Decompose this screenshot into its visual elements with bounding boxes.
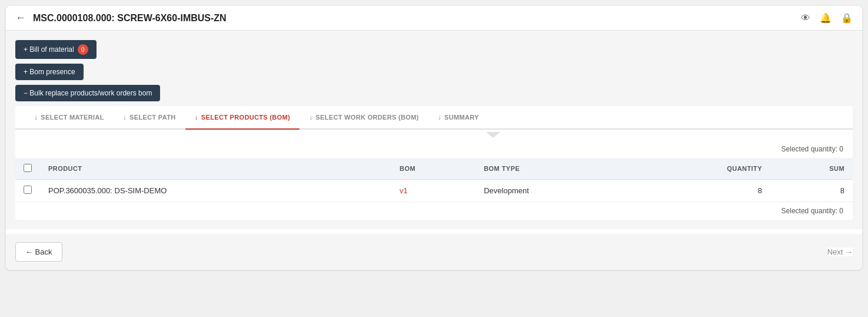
row-bom-type: Development bbox=[475, 180, 636, 202]
selected-quantity-bottom: Selected quantity: 0 bbox=[15, 202, 853, 220]
bulk-replace-button[interactable]: − Bulk replace products/work orders bom bbox=[15, 85, 160, 101]
header-bom: BOM bbox=[391, 158, 475, 180]
row-quantity: 8 bbox=[636, 180, 770, 202]
row-bom[interactable]: v1 bbox=[391, 180, 475, 202]
selected-quantity-top: Selected quantity: 0 bbox=[15, 140, 853, 158]
content-area: + Bill of material 0 + Bom presence − Bu… bbox=[6, 31, 862, 229]
page-title: MSC.0000108.000: SCREW-6X60-IMBUS-ZN bbox=[33, 13, 801, 24]
bill-of-material-badge: 0 bbox=[78, 44, 88, 55]
back-button[interactable]: ← Back bbox=[15, 242, 62, 262]
table-section: Selected quantity: 0 PRODUCT BOM BOM TYP… bbox=[15, 140, 853, 220]
header-bom-type: BOM TYPE bbox=[475, 158, 636, 180]
header-sum: SUM bbox=[770, 158, 853, 180]
page-footer: ← Back Next → bbox=[6, 234, 862, 270]
header-quantity: QUANTITY bbox=[636, 158, 770, 180]
header-checkbox-col bbox=[15, 158, 40, 180]
row-product: POP.3600035.000: DS-SIM-DEMO bbox=[40, 180, 391, 202]
lock-icon[interactable]: 🔒 bbox=[841, 12, 853, 24]
step-select-material[interactable]: ↓ SELECT MATERIAL bbox=[25, 106, 114, 128]
steps-bar: ↓ SELECT MATERIAL ↓ SELECT PATH ↓ SELECT… bbox=[15, 106, 853, 130]
back-navigation-icon[interactable]: ← bbox=[15, 12, 26, 24]
next-button[interactable]: Next → bbox=[827, 247, 853, 256]
page-header: ← MSC.0000108.000: SCREW-6X60-IMBUS-ZN 👁… bbox=[6, 6, 862, 31]
step-select-work-orders-bom[interactable]: ↓ SELECT WORK ORDERS (BOM) bbox=[300, 106, 428, 128]
eye-icon[interactable]: 👁 bbox=[801, 13, 810, 24]
step-work-orders-icon: ↓ bbox=[309, 113, 312, 121]
step-path-icon: ↓ bbox=[123, 113, 127, 121]
step-arrow bbox=[15, 130, 853, 140]
row-sum: 8 bbox=[770, 180, 853, 202]
bill-of-material-row: + Bill of material 0 bbox=[15, 40, 853, 64]
step-summary[interactable]: ↓ SUMMARY bbox=[428, 106, 488, 128]
bill-of-material-button[interactable]: + Bill of material 0 bbox=[15, 40, 97, 59]
bell-icon[interactable]: 🔔 bbox=[820, 12, 832, 24]
bom-presence-row: + Bom presence bbox=[15, 64, 853, 85]
step-select-path[interactable]: ↓ SELECT PATH bbox=[114, 106, 185, 128]
header-product: PRODUCT bbox=[40, 158, 391, 180]
bulk-replace-row: − Bulk replace products/work orders bom bbox=[15, 85, 853, 106]
step-material-icon: ↓ bbox=[34, 113, 38, 121]
step-select-products-bom[interactable]: ↓ SELECT PRODUCTS (BOM) bbox=[185, 106, 300, 130]
step-summary-icon: ↓ bbox=[438, 113, 441, 121]
products-table: PRODUCT BOM BOM TYPE QUANTITY SUM POP.36… bbox=[15, 158, 853, 202]
table-row: POP.3600035.000: DS-SIM-DEMO v1 Developm… bbox=[15, 180, 853, 202]
header-actions: 👁 🔔 🔒 bbox=[801, 12, 853, 24]
select-all-checkbox[interactable] bbox=[24, 164, 32, 172]
step-products-icon: ↓ bbox=[195, 113, 198, 121]
row-checkbox-cell bbox=[15, 180, 40, 202]
table-header-row: PRODUCT BOM BOM TYPE QUANTITY SUM bbox=[15, 158, 853, 180]
row-checkbox[interactable] bbox=[24, 186, 32, 194]
bom-presence-button[interactable]: + Bom presence bbox=[15, 64, 84, 80]
